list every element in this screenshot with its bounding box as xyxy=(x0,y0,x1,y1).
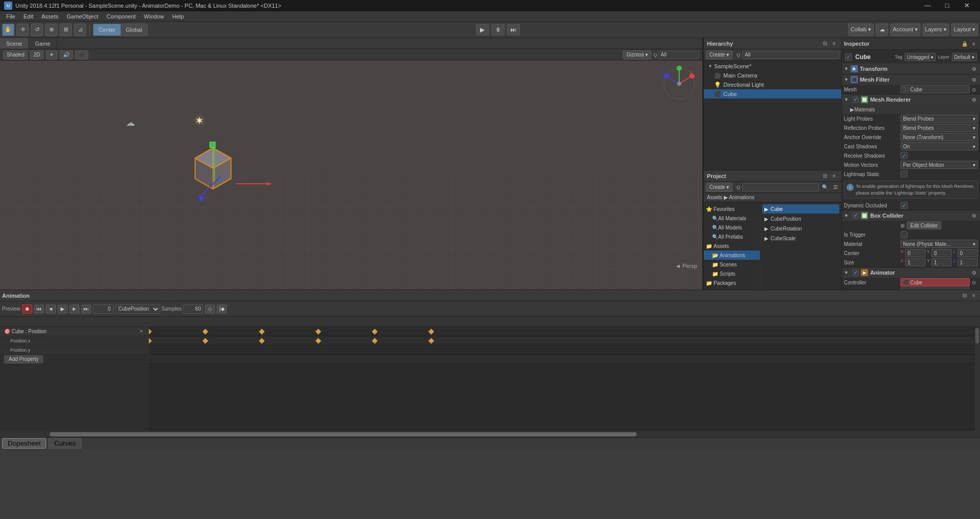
is-trigger-checkbox[interactable] xyxy=(900,231,908,238)
anchor-override-value[interactable]: None (Transform) ▾ xyxy=(900,133,978,141)
add-keyframe-button[interactable]: ◇ xyxy=(205,304,215,314)
hand-tool-button[interactable]: ✋ xyxy=(2,24,14,36)
scenes-folder-item[interactable]: 📁 Scenes xyxy=(704,260,760,269)
receive-shadows-checkbox[interactable] xyxy=(900,152,908,159)
scene-search[interactable] xyxy=(658,51,699,59)
move-tool-button[interactable]: ✛ xyxy=(16,24,29,36)
center-x-value[interactable]: 0 xyxy=(905,249,926,257)
motion-vectors-value[interactable]: Per Object Motion ▾ xyxy=(900,161,978,169)
inspector-lock-button[interactable]: 🔒 xyxy=(960,40,969,48)
project-menu-button[interactable]: ≡ xyxy=(830,172,838,180)
favorites-header[interactable]: ⭐ Favorites xyxy=(704,204,760,214)
menu-file[interactable]: File xyxy=(2,13,20,20)
menu-help[interactable]: Help xyxy=(168,13,188,20)
keyframe-110[interactable] xyxy=(202,329,208,334)
menu-gameobject[interactable]: GameObject xyxy=(63,13,103,20)
timeline-h-scrollbar[interactable] xyxy=(0,431,980,437)
center-y-value[interactable]: 0 xyxy=(931,249,952,257)
timeline-scroll-thumb[interactable] xyxy=(975,328,979,343)
keyframe-x-330[interactable] xyxy=(315,338,321,343)
transform-settings-button[interactable]: ⚙ xyxy=(970,65,978,73)
inspector-menu-button[interactable]: ≡ xyxy=(970,40,978,48)
menu-component[interactable]: Component xyxy=(102,13,140,20)
animator-header[interactable]: ▼ ✓ ▶ Animator ⚙ xyxy=(842,267,980,278)
tab-game[interactable]: Game xyxy=(29,38,57,49)
lighting-toggle[interactable]: ☀ xyxy=(46,50,57,60)
shading-button[interactable]: Shaded xyxy=(3,50,28,60)
close-button[interactable]: ✕ xyxy=(957,0,976,11)
all-models-item[interactable]: 🔍 All Models xyxy=(704,223,760,232)
file-cube-anim[interactable]: ▶ Cube xyxy=(762,204,839,214)
effects-toggle[interactable]: ⬛ xyxy=(75,50,88,60)
keyframe-x-110[interactable] xyxy=(202,338,208,343)
light-probes-value[interactable]: Blend Probes ▾ xyxy=(900,114,978,123)
anim-play-button[interactable]: ▶ xyxy=(57,304,68,314)
size-y-value[interactable]: 1 xyxy=(931,258,952,266)
next-keyframe-button[interactable]: ⏭ xyxy=(81,304,91,314)
animator-checkbox[interactable]: ✓ xyxy=(853,270,859,276)
scale-tool-button[interactable]: ⊕ xyxy=(45,24,57,36)
hierarchy-menu-button[interactable]: ≡ xyxy=(830,40,838,48)
dopesheet-tab[interactable]: Dopesheet xyxy=(2,438,46,449)
layers-button[interactable]: Layers ▾ xyxy=(923,24,949,36)
mesh-filter-header[interactable]: ▼ ⬛ Mesh Filter ⚙ xyxy=(842,74,980,85)
mesh-value[interactable]: ⬛ Cube xyxy=(900,85,970,93)
file-cubescale[interactable]: ▶ CubeScale xyxy=(762,234,839,243)
meshrenderer-checkbox[interactable]: ✓ xyxy=(853,97,859,103)
maximize-button[interactable]: □ xyxy=(938,0,956,11)
keyframe-x-0[interactable] xyxy=(149,338,152,343)
object-active-checkbox[interactable] xyxy=(845,53,852,61)
menu-window[interactable]: Window xyxy=(140,13,168,20)
hierarchy-create-button[interactable]: Create ▾ xyxy=(706,50,733,60)
project-create-button[interactable]: Create ▾ xyxy=(706,183,733,192)
materials-header[interactable]: ▶ Materials xyxy=(842,105,980,114)
controller-pick-button[interactable]: ⊙ xyxy=(970,278,978,286)
minimize-button[interactable]: — xyxy=(918,0,937,11)
play-button[interactable]: ▶ xyxy=(476,24,489,35)
dynamic-occluded-checkbox[interactable] xyxy=(900,202,908,209)
collider-material-value[interactable]: None (Physic Mate... ▾ xyxy=(900,240,978,248)
size-z-value[interactable]: 1 xyxy=(957,258,978,266)
meshrenderer-settings-button[interactable]: ⚙ xyxy=(970,95,978,104)
gizmos-button[interactable]: Gizmos ▾ xyxy=(623,50,651,60)
curves-tab[interactable]: Curves xyxy=(48,438,81,449)
clip-select[interactable]: CubePosition CubeRotation CubeScale xyxy=(115,304,160,314)
prev-frame-button[interactable]: ◄ xyxy=(46,304,56,314)
project-lock-button[interactable]: ⊟ xyxy=(821,172,829,180)
file-cubeposition[interactable]: ▶ CubePosition xyxy=(762,214,839,223)
keyframe-x-550[interactable] xyxy=(428,338,434,343)
scripts-folder-item[interactable]: 📁 Scripts xyxy=(704,269,760,278)
keyframe-330[interactable] xyxy=(315,329,321,334)
box-collider-header[interactable]: ▼ ✓ ⬜ Box Collider ⚙ xyxy=(842,210,980,221)
meshfilter-settings-button[interactable]: ⚙ xyxy=(970,75,978,84)
transform-header[interactable]: ▼ ⊕ Transform ⚙ xyxy=(842,64,980,74)
packages-header[interactable]: 📁 Packages xyxy=(704,278,760,287)
keyframe-550[interactable] xyxy=(428,329,434,334)
menu-assets[interactable]: Assets xyxy=(37,13,63,20)
project-list-button[interactable]: ☰ xyxy=(831,183,839,191)
collab-button[interactable]: Collab ▾ xyxy=(848,24,874,36)
account-button[interactable]: Account ▾ xyxy=(890,24,920,36)
assets-header[interactable]: 📁 Assets xyxy=(704,241,760,251)
keyframe-x-220[interactable] xyxy=(259,338,264,343)
rect-tool-button[interactable]: ⊞ xyxy=(60,24,72,36)
cloud-button[interactable]: ☁ xyxy=(876,24,888,36)
animator-settings-button[interactable]: ⚙ xyxy=(970,268,978,277)
audio-toggle[interactable]: 🔊 xyxy=(60,50,73,60)
edit-collider-button[interactable]: Edit Collider xyxy=(907,221,941,229)
animation-menu-button[interactable]: ≡ xyxy=(970,292,978,300)
file-cuberotation[interactable]: ▶ CubeRotation xyxy=(762,224,839,233)
all-prefabs-item[interactable]: 🔍 All Prefabs xyxy=(704,232,760,241)
hierarchy-item-cube[interactable]: ⬛ Cube xyxy=(704,89,841,99)
add-event-button[interactable]: |◆ xyxy=(217,304,227,314)
keyframe-220[interactable] xyxy=(259,329,264,334)
scene-orientation-gizmo[interactable]: X Y Z xyxy=(661,66,697,102)
center-button[interactable]: Center xyxy=(93,24,121,35)
timeline-h-scroll-thumb[interactable] xyxy=(50,432,637,436)
rotate-tool-button[interactable]: ↺ xyxy=(31,24,43,36)
boxcollider-checkbox[interactable]: ✓ xyxy=(853,213,859,219)
scene-canvas[interactable]: ☁ ✶ xyxy=(0,61,702,290)
all-materials-item[interactable]: 🔍 All Materials xyxy=(704,214,760,223)
prev-keyframe-button[interactable]: ⏮ xyxy=(34,304,44,314)
frame-number-input[interactable] xyxy=(93,304,113,314)
